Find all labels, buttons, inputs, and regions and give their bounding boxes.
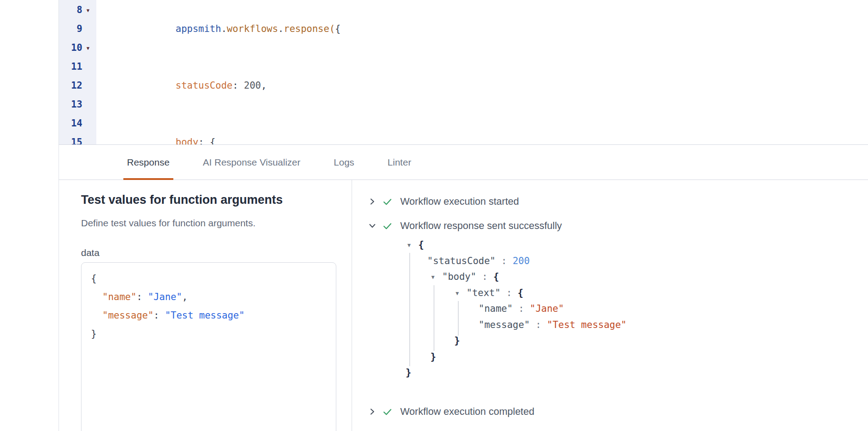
success-check-icon: [382, 407, 393, 417]
gutter-row: 8 ▼: [59, 0, 96, 19]
json-line: "name": "Jane",: [91, 288, 336, 306]
code-content[interactable]: appsmith.workflows.response({ statusCode…: [164, 0, 341, 145]
code-line-10: body: {: [164, 133, 341, 145]
log-entry-label: Workflow execution completed: [400, 406, 534, 418]
gutter-row: 14: [59, 114, 96, 133]
fold-arrow-icon[interactable]: ▼: [86, 45, 90, 51]
log-entry-execution-completed[interactable]: Workflow execution completed: [369, 404, 534, 419]
tab-ai-response-visualizer[interactable]: AI Response Visualizer: [199, 145, 304, 180]
line-number: 10: [59, 42, 82, 53]
log-entry-label: Workflow response sent successfully: [400, 220, 562, 232]
tree-close-body: }: [401, 349, 627, 365]
tab-logs[interactable]: Logs: [330, 145, 358, 180]
fold-arrow-icon[interactable]: ▼: [86, 8, 90, 13]
gutter-row: 11: [59, 57, 96, 76]
response-pane-tabbar: Response AI Response Visualizer Logs Lin…: [59, 145, 868, 180]
success-check-icon: [382, 197, 393, 207]
data-field-label: data: [81, 247, 99, 258]
tree-row-text: ▼"text" : {: [401, 285, 627, 301]
response-pane: Test values for function arguments Defin…: [59, 180, 868, 431]
panel-subtitle: Define test values for function argument…: [81, 218, 256, 229]
line-number: 13: [59, 99, 82, 110]
log-entry-label: Workflow execution started: [400, 196, 519, 207]
success-check-icon: [382, 221, 393, 231]
panel-title: Test values for function arguments: [81, 193, 283, 207]
gutter-row: 10 ▼: [59, 38, 96, 57]
chevron-down-icon[interactable]: [369, 222, 376, 229]
tree-row-name: "name" : "Jane": [401, 301, 627, 317]
line-number: 15: [59, 137, 82, 145]
json-line: "message": "Test message": [91, 306, 336, 325]
tree-close-root: }: [401, 365, 627, 381]
test-values-panel: Test values for function arguments Defin…: [59, 180, 352, 431]
collapse-arrow-icon[interactable]: ▼: [431, 269, 442, 286]
tree-row-body: ▼"body" : {: [401, 269, 627, 285]
gutter-row: 12: [59, 76, 96, 95]
log-entry-response-sent[interactable]: Workflow response sent successfully: [369, 218, 562, 233]
log-entry-execution-started[interactable]: Workflow execution started: [369, 194, 519, 209]
code-line-8: appsmith.workflows.response({: [164, 19, 341, 38]
data-json-input[interactable]: { "name": "Jane", "message": "Test messa…: [81, 262, 336, 431]
json-line: }: [91, 325, 336, 343]
tree-row-message: "message" : "Test message": [401, 317, 627, 333]
tree-root-open: ▼{: [401, 237, 627, 253]
gutter-row: 13: [59, 95, 96, 114]
line-number: 8: [59, 4, 82, 15]
gutter-row: 15: [59, 133, 96, 145]
editor-gutter: 8 ▼ 9 10 ▼ 11 12 13: [59, 0, 96, 144]
line-number: 9: [59, 23, 82, 34]
chevron-right-icon[interactable]: [369, 408, 376, 415]
workflow-editor-page: 8 ▼ 9 10 ▼ 11 12 13: [0, 0, 868, 431]
tab-linter[interactable]: Linter: [384, 145, 415, 180]
gutter-row: 9: [59, 19, 96, 38]
collapse-arrow-icon[interactable]: ▼: [456, 286, 466, 302]
tab-response[interactable]: Response: [123, 145, 173, 180]
line-number: 14: [59, 118, 82, 129]
tree-row-statuscode: "statusCode" : 200: [401, 253, 627, 269]
json-line: {: [91, 269, 336, 288]
collapse-arrow-icon[interactable]: ▼: [407, 238, 418, 254]
response-json-tree: ▼{ "statusCode" : 200 ▼"body" : { ▼"text…: [401, 237, 627, 381]
line-number: 12: [59, 80, 82, 91]
code-line-9: statusCode: 200,: [164, 76, 341, 95]
line-number: 11: [59, 61, 82, 72]
chevron-right-icon[interactable]: [369, 198, 376, 205]
tree-close-text: }: [401, 333, 627, 349]
code-editor[interactable]: 8 ▼ 9 10 ▼ 11 12 13: [59, 0, 868, 145]
